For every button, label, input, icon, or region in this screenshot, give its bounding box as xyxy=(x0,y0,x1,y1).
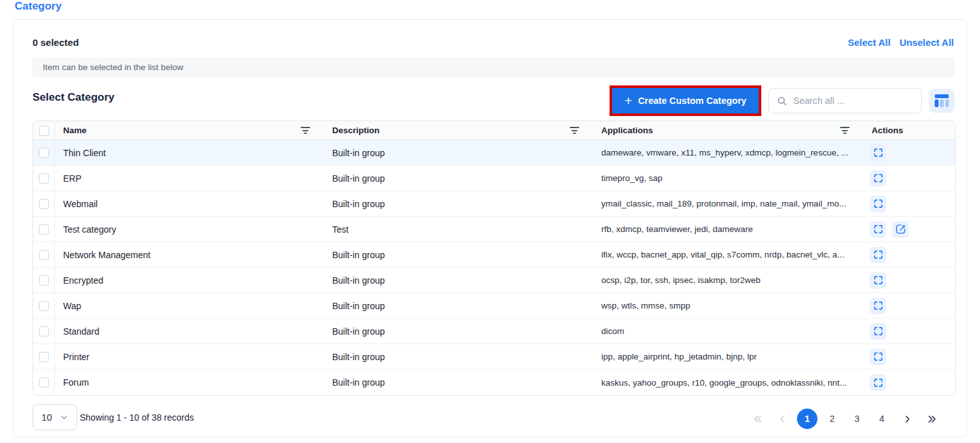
cell-description: Built-in group xyxy=(324,344,593,369)
search-input[interactable] xyxy=(793,96,914,106)
cell-name: Test category xyxy=(55,217,324,242)
column-settings-button[interactable] xyxy=(929,89,954,113)
expand-row-button[interactable] xyxy=(870,374,886,391)
row-checkbox[interactable] xyxy=(39,199,49,209)
page-button-3[interactable]: 3 xyxy=(847,409,867,429)
table-row: Encrypted Built-in group ocsp, i2p, tor,… xyxy=(33,268,955,293)
cell-description: Built-in group xyxy=(324,242,593,267)
selection-hint: Item can be selected in the list below xyxy=(33,57,955,77)
expand-row-button[interactable] xyxy=(870,323,886,340)
cell-description: Built-in group xyxy=(324,293,593,318)
cell-description: Built-in group xyxy=(324,319,593,344)
create-custom-category-button[interactable]: + Create Custom Category xyxy=(612,88,759,113)
row-checkbox[interactable] xyxy=(39,326,49,337)
prev-page-button[interactable] xyxy=(772,409,793,429)
table-row: Network Management Built-in group ifix, … xyxy=(33,242,955,268)
edit-row-button[interactable] xyxy=(892,221,909,238)
filter-icon-name[interactable] xyxy=(300,127,310,134)
header-applications: Applications xyxy=(593,121,863,140)
records-summary: Showing 1 - 10 of 38 records xyxy=(80,412,194,423)
double-chevron-left-icon xyxy=(753,414,763,424)
cell-actions xyxy=(863,191,955,216)
cell-name: Forum xyxy=(55,370,324,395)
expand-row-button[interactable] xyxy=(870,145,886,161)
table-row: Printer Built-in group ipp, apple_airpri… xyxy=(33,344,955,370)
first-page-button[interactable] xyxy=(747,409,768,429)
cell-description: Built-in group xyxy=(324,370,593,395)
double-chevron-right-icon xyxy=(927,414,937,424)
cell-applications: dicom xyxy=(593,319,863,344)
selected-count: 0 selected xyxy=(33,37,79,48)
cell-name: Standard xyxy=(55,319,324,344)
table-row: Test category Test rfb, xdmcp, teamviewe… xyxy=(33,217,955,242)
expand-row-button[interactable] xyxy=(870,247,886,263)
chevron-left-icon xyxy=(778,414,787,424)
table-header: Name Description Applications Actions xyxy=(33,121,955,140)
chevron-right-icon xyxy=(902,414,912,424)
cell-applications: timepro_vg, sap xyxy=(593,166,863,191)
row-checkbox-cell xyxy=(33,344,55,369)
row-checkbox-cell xyxy=(33,319,55,344)
expand-icon xyxy=(873,300,884,311)
next-page-button[interactable] xyxy=(896,409,917,429)
header-actions-label: Actions xyxy=(872,126,903,135)
expand-row-button[interactable] xyxy=(870,221,886,238)
cell-description: Built-in group xyxy=(324,140,593,165)
cell-description: Built-in group xyxy=(324,166,593,191)
row-checkbox-cell xyxy=(33,242,55,267)
row-checkbox[interactable] xyxy=(39,352,49,362)
table-row: Thin Client Built-in group dameware, vmw… xyxy=(33,140,955,166)
cell-applications: wsp, wtls, mmse, smpp xyxy=(593,293,863,318)
annotation-highlight-box: + Create Custom Category xyxy=(610,85,761,116)
header-checkbox-cell xyxy=(33,121,55,140)
expand-row-button[interactable] xyxy=(870,298,886,314)
filter-icon-applications[interactable] xyxy=(840,127,849,134)
table-row: Standard Built-in group dicom xyxy=(33,319,955,344)
expand-row-button[interactable] xyxy=(870,272,886,289)
filter-icon-description[interactable] xyxy=(569,127,579,134)
select-all-checkbox[interactable] xyxy=(39,126,49,136)
select-all-link[interactable]: Select All xyxy=(848,37,891,48)
cell-applications: kaskus, yahoo_groups, r10, google_groups… xyxy=(593,370,863,395)
toolbar: + Create Custom Category xyxy=(610,85,954,116)
cell-name: Webmail xyxy=(55,191,324,216)
row-checkbox[interactable] xyxy=(39,250,49,260)
page-size-select[interactable]: 10 xyxy=(33,404,77,430)
create-button-label: Create Custom Category xyxy=(638,96,747,106)
row-checkbox[interactable] xyxy=(39,224,49,235)
cell-actions xyxy=(863,166,955,191)
expand-row-button[interactable] xyxy=(870,349,886,365)
expand-row-button[interactable] xyxy=(870,196,886,212)
row-checkbox-cell xyxy=(33,166,55,191)
row-checkbox-cell xyxy=(33,191,55,216)
cell-name: Network Management xyxy=(55,242,324,267)
header-applications-label: Applications xyxy=(601,126,653,135)
unselect-all-link[interactable]: Unselect All xyxy=(900,37,954,48)
row-checkbox[interactable] xyxy=(39,148,49,158)
page-numbers: 1234 xyxy=(797,409,892,429)
row-checkbox[interactable] xyxy=(39,275,49,286)
cell-applications: ifix, wccp, bacnet_app, vital_qip, s7com… xyxy=(593,242,863,267)
last-page-button[interactable] xyxy=(921,409,942,429)
cell-applications: ocsp, i2p, tor, ssh, ipsec, isakmp, tor2… xyxy=(593,268,863,293)
cell-applications: rfb, xdmcp, teamviewer, jedi, dameware xyxy=(593,217,863,242)
row-checkbox-cell xyxy=(33,217,55,242)
row-checkbox-cell xyxy=(33,370,55,395)
page-button-4[interactable]: 4 xyxy=(872,409,892,429)
row-checkbox[interactable] xyxy=(39,173,49,184)
expand-icon xyxy=(873,326,884,337)
expand-row-button[interactable] xyxy=(870,170,886,187)
cell-actions xyxy=(863,293,955,318)
row-checkbox[interactable] xyxy=(39,301,49,311)
cell-applications: ymail_classic, mail_189, protonmail, imp… xyxy=(593,191,863,216)
page-size-value: 10 xyxy=(41,412,52,423)
page-button-1[interactable]: 1 xyxy=(797,409,817,429)
row-checkbox[interactable] xyxy=(39,377,49,388)
cell-actions xyxy=(863,140,955,165)
edit-icon xyxy=(895,224,906,235)
page-button-2[interactable]: 2 xyxy=(822,409,842,429)
table-row: Wap Built-in group wsp, wtls, mmse, smpp xyxy=(33,293,955,319)
cell-name: Printer xyxy=(55,344,324,369)
header-name-label: Name xyxy=(63,126,87,135)
cell-actions xyxy=(863,217,955,242)
